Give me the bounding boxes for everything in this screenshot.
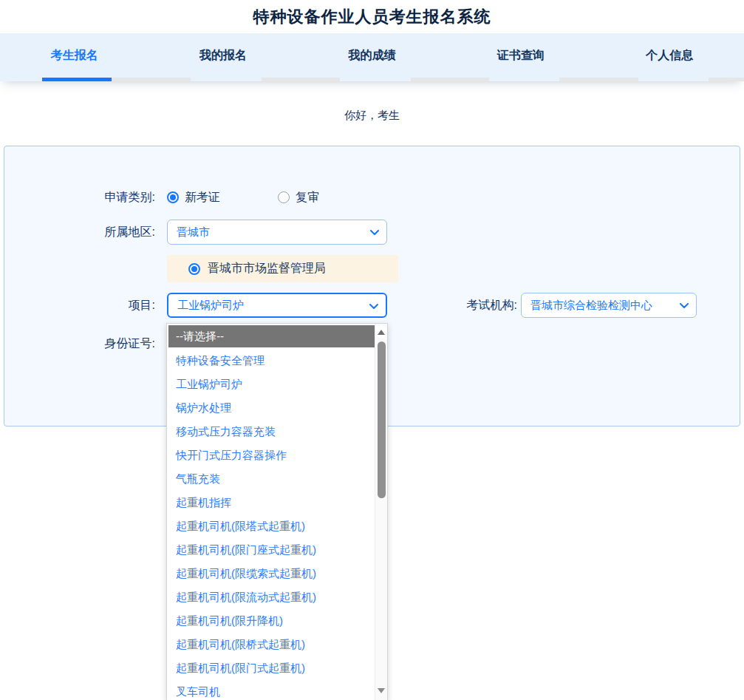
main-nav: 考生报名 我的报名 我的成绩 证书查询 个人信息: [0, 33, 744, 81]
dropdown-option[interactable]: 特种设备安全管理: [168, 349, 375, 373]
radio-option-review[interactable]: 复审: [278, 190, 319, 205]
tab-divider: [262, 78, 340, 81]
dropdown-option[interactable]: 锅炉水处理: [168, 396, 375, 420]
scroll-up-button[interactable]: [376, 325, 386, 339]
tab-my-registration[interactable]: 我的报名: [149, 33, 297, 78]
tab-divider: [559, 78, 638, 81]
dropdown-option[interactable]: 气瓶充装: [168, 467, 375, 491]
dropdown-option[interactable]: 起重机司机(限流动式起重机): [168, 585, 375, 609]
exam-org-select-value: 晋城市综合检验检测中心: [530, 299, 652, 313]
exam-org-select[interactable]: 晋城市综合检验检测中心: [521, 293, 697, 318]
dropdown-option[interactable]: 起重机司机(限门座式起重机): [168, 538, 375, 562]
dropdown-scrollbar[interactable]: [375, 324, 387, 700]
authority-radio-option[interactable]: 晋城市市场监督管理局: [167, 255, 398, 282]
dropdown-option[interactable]: 起重机司机(限桥式起重机): [168, 633, 375, 656]
tab-certificate-query[interactable]: 证书查询: [446, 33, 595, 78]
dropdown-option[interactable]: 起重机司机(限塔式起重机): [168, 514, 375, 538]
page-title: 特种设备作业人员考生报名系统: [253, 6, 491, 28]
chevron-down-icon: [370, 230, 379, 236]
dropdown-option[interactable]: 起重机司机(限缆索式起重机): [168, 562, 375, 585]
tab-personal-info[interactable]: 个人信息: [595, 33, 744, 78]
radio-checked-icon: [188, 263, 200, 275]
application-type-radio-group: 新考证 复审: [167, 186, 319, 208]
dropdown-option[interactable]: 工业锅炉司炉: [168, 373, 375, 396]
project-row: 项目: 工业锅炉司炉 考试机构: 晋城市综合检验检测中心: [4, 293, 740, 318]
radio-option-new-certificate[interactable]: 新考证: [167, 190, 220, 205]
tab-candidate-registration[interactable]: 考生报名: [0, 33, 149, 78]
tab-bar: 考生报名 我的报名 我的成绩 证书查询 个人信息: [0, 33, 744, 78]
greeting-text: 你好，考生: [0, 109, 744, 123]
tab-underline-strip: [0, 78, 744, 81]
scroll-down-icon: [378, 688, 385, 693]
application-type-label: 申请类别:: [4, 186, 155, 208]
tab-divider: [112, 78, 191, 81]
dropdown-option[interactable]: 起重机司机(限升降机): [168, 609, 375, 633]
dropdown-option[interactable]: 快开门式压力容器操作: [168, 444, 375, 467]
application-type-row: 申请类别: 新考证 复审: [4, 186, 740, 208]
radio-unchecked-icon: [278, 191, 290, 203]
exam-org-label: 考试机构:: [344, 293, 517, 318]
region-row: 所属地区: 晋城市: [4, 220, 740, 245]
radio-checked-icon: [167, 191, 179, 203]
radio-option-label: 复审: [296, 190, 319, 205]
radio-option-label: 新考证: [185, 190, 220, 205]
tab-divider: [411, 78, 489, 81]
dropdown-option[interactable]: 移动式压力容器充装: [168, 420, 375, 444]
dropdown-option-placeholder[interactable]: --请选择--: [168, 325, 375, 347]
scroll-up-icon: [378, 330, 385, 335]
dropdown-option[interactable]: 起重机指挥: [168, 491, 375, 514]
project-label: 项目:: [4, 293, 155, 318]
region-select[interactable]: 晋城市: [167, 220, 387, 245]
dropdown-option[interactable]: 叉车司机: [168, 680, 375, 700]
region-select-value: 晋城市: [177, 225, 210, 239]
tab-divider: [709, 78, 744, 81]
region-label: 所属地区:: [4, 220, 155, 245]
project-select-value: 工业锅炉司炉: [177, 299, 244, 313]
tab-my-scores[interactable]: 我的成绩: [298, 33, 446, 78]
chevron-down-icon: [680, 303, 689, 309]
scrollbar-thumb[interactable]: [378, 341, 386, 498]
title-bar: 特种设备作业人员考生报名系统: [0, 0, 744, 33]
scroll-down-button[interactable]: [376, 684, 386, 697]
project-dropdown: --请选择-- 特种设备安全管理 工业锅炉司炉 锅炉水处理 移动式压力容器充装 …: [166, 323, 388, 700]
authority-label: 晋城市市场监督管理局: [208, 261, 326, 276]
dropdown-option[interactable]: 起重机司机(限门式起重机): [168, 656, 375, 680]
page: 特种设备作业人员考生报名系统 考生报名 我的报名 我的成绩 证书查询 个人信息 …: [0, 0, 744, 700]
active-tab-indicator: [42, 78, 112, 81]
project-dropdown-list: --请选择-- 特种设备安全管理 工业锅炉司炉 锅炉水处理 移动式压力容器充装 …: [167, 324, 375, 700]
id-number-label: 身份证号:: [4, 336, 155, 351]
